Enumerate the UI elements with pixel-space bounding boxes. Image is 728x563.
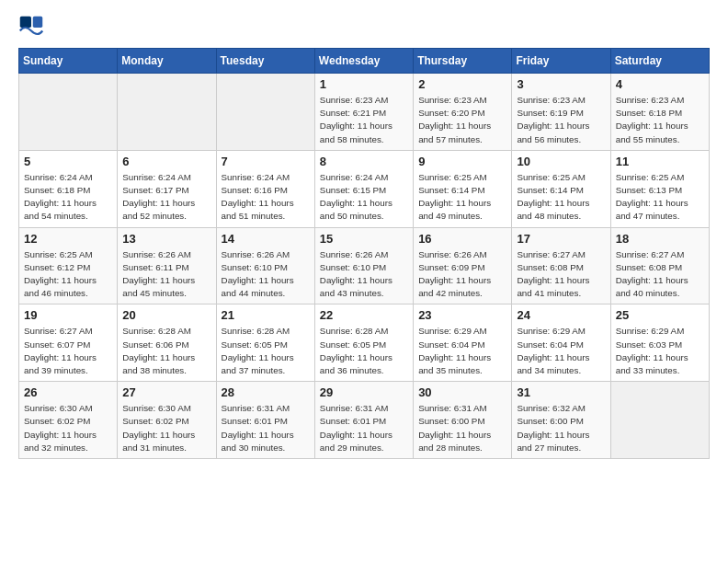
day-number: 4 xyxy=(616,77,704,91)
calendar-day-cell: 10Sunrise: 6:25 AM Sunset: 6:14 PM Dayli… xyxy=(512,150,610,227)
day-number: 12 xyxy=(24,232,112,246)
day-info: Sunrise: 6:29 AM Sunset: 6:04 PM Dayligh… xyxy=(517,325,605,377)
calendar-day-cell: 6Sunrise: 6:24 AM Sunset: 6:17 PM Daylig… xyxy=(118,150,216,227)
day-number: 27 xyxy=(122,385,210,399)
calendar-week-row: 5Sunrise: 6:24 AM Sunset: 6:18 PM Daylig… xyxy=(19,150,710,227)
calendar-day-cell: 17Sunrise: 6:27 AM Sunset: 6:08 PM Dayli… xyxy=(512,227,610,304)
day-info: Sunrise: 6:23 AM Sunset: 6:21 PM Dayligh… xyxy=(320,94,408,146)
day-number: 1 xyxy=(320,77,408,91)
day-info: Sunrise: 6:23 AM Sunset: 6:19 PM Dayligh… xyxy=(517,94,605,146)
day-info: Sunrise: 6:24 AM Sunset: 6:16 PM Dayligh… xyxy=(222,171,310,224)
calendar-day-cell: 24Sunrise: 6:29 AM Sunset: 6:04 PM Dayli… xyxy=(512,304,610,382)
day-number: 20 xyxy=(122,308,210,322)
day-info: Sunrise: 6:29 AM Sunset: 6:03 PM Dayligh… xyxy=(616,325,704,377)
calendar-day-cell: 9Sunrise: 6:25 AM Sunset: 6:14 PM Daylig… xyxy=(414,150,512,227)
day-number: 28 xyxy=(222,385,310,399)
day-info: Sunrise: 6:26 AM Sunset: 6:09 PM Dayligh… xyxy=(418,248,506,301)
day-info: Sunrise: 6:28 AM Sunset: 6:05 PM Dayligh… xyxy=(320,325,408,377)
day-info: Sunrise: 6:28 AM Sunset: 6:05 PM Dayligh… xyxy=(222,325,310,377)
calendar-day-cell: 3Sunrise: 6:23 AM Sunset: 6:19 PM Daylig… xyxy=(512,74,610,151)
day-info: Sunrise: 6:27 AM Sunset: 6:08 PM Dayligh… xyxy=(616,248,704,301)
weekday-header-cell: Wednesday xyxy=(314,49,413,74)
calendar-day-cell: 12Sunrise: 6:25 AM Sunset: 6:12 PM Dayli… xyxy=(19,227,118,304)
calendar-body: 1Sunrise: 6:23 AM Sunset: 6:21 PM Daylig… xyxy=(19,74,710,459)
day-number: 7 xyxy=(222,155,310,168)
day-number: 6 xyxy=(122,155,210,168)
weekday-header-cell: Monday xyxy=(118,49,216,74)
day-info: Sunrise: 6:30 AM Sunset: 6:02 PM Dayligh… xyxy=(122,402,210,454)
calendar-day-cell xyxy=(118,74,216,151)
calendar-day-cell: 21Sunrise: 6:28 AM Sunset: 6:05 PM Dayli… xyxy=(216,304,314,382)
day-info: Sunrise: 6:30 AM Sunset: 6:02 PM Dayligh… xyxy=(24,402,112,454)
day-number: 22 xyxy=(320,308,408,322)
day-info: Sunrise: 6:31 AM Sunset: 6:01 PM Dayligh… xyxy=(320,402,408,454)
day-info: Sunrise: 6:31 AM Sunset: 6:00 PM Dayligh… xyxy=(418,402,506,454)
day-number: 10 xyxy=(517,155,605,168)
day-number: 16 xyxy=(418,232,506,246)
weekday-header-cell: Sunday xyxy=(19,49,118,74)
day-info: Sunrise: 6:25 AM Sunset: 6:14 PM Dayligh… xyxy=(517,171,605,224)
day-number: 23 xyxy=(418,308,506,322)
calendar-week-row: 19Sunrise: 6:27 AM Sunset: 6:07 PM Dayli… xyxy=(19,304,710,382)
calendar-day-cell: 11Sunrise: 6:25 AM Sunset: 6:13 PM Dayli… xyxy=(610,150,709,227)
calendar-day-cell: 25Sunrise: 6:29 AM Sunset: 6:03 PM Dayli… xyxy=(610,304,709,382)
weekday-header-cell: Thursday xyxy=(414,49,512,74)
calendar-day-cell: 31Sunrise: 6:32 AM Sunset: 6:00 PM Dayli… xyxy=(512,382,610,459)
calendar-day-cell: 8Sunrise: 6:24 AM Sunset: 6:15 PM Daylig… xyxy=(314,150,413,227)
day-number: 3 xyxy=(517,77,605,91)
calendar-day-cell: 14Sunrise: 6:26 AM Sunset: 6:10 PM Dayli… xyxy=(216,227,314,304)
day-info: Sunrise: 6:25 AM Sunset: 6:12 PM Dayligh… xyxy=(24,248,112,301)
calendar-day-cell xyxy=(610,382,709,459)
calendar-day-cell xyxy=(19,74,118,151)
calendar: SundayMondayTuesdayWednesdayThursdayFrid… xyxy=(18,48,710,459)
day-info: Sunrise: 6:25 AM Sunset: 6:13 PM Dayligh… xyxy=(616,171,704,224)
day-number: 11 xyxy=(616,155,704,168)
calendar-day-cell: 30Sunrise: 6:31 AM Sunset: 6:00 PM Dayli… xyxy=(414,382,512,459)
day-info: Sunrise: 6:26 AM Sunset: 6:10 PM Dayligh… xyxy=(222,248,310,301)
calendar-day-cell: 19Sunrise: 6:27 AM Sunset: 6:07 PM Dayli… xyxy=(19,304,118,382)
day-info: Sunrise: 6:27 AM Sunset: 6:07 PM Dayligh… xyxy=(24,325,112,377)
day-number: 19 xyxy=(24,308,112,322)
weekday-header-cell: Tuesday xyxy=(216,49,314,74)
weekday-header-cell: Friday xyxy=(512,49,610,74)
day-number: 18 xyxy=(616,232,704,246)
day-info: Sunrise: 6:24 AM Sunset: 6:18 PM Dayligh… xyxy=(24,171,112,224)
day-info: Sunrise: 6:31 AM Sunset: 6:01 PM Dayligh… xyxy=(222,402,310,454)
day-number: 21 xyxy=(222,308,310,322)
svg-rect-2 xyxy=(33,17,43,28)
day-info: Sunrise: 6:23 AM Sunset: 6:20 PM Dayligh… xyxy=(418,94,506,146)
calendar-day-cell: 16Sunrise: 6:26 AM Sunset: 6:09 PM Dayli… xyxy=(414,227,512,304)
day-number: 31 xyxy=(517,385,605,399)
day-info: Sunrise: 6:24 AM Sunset: 6:15 PM Dayligh… xyxy=(320,171,408,224)
day-number: 8 xyxy=(320,155,408,168)
day-info: Sunrise: 6:23 AM Sunset: 6:18 PM Dayligh… xyxy=(616,94,704,146)
day-number: 15 xyxy=(320,232,408,246)
day-number: 5 xyxy=(24,155,112,168)
day-info: Sunrise: 6:24 AM Sunset: 6:17 PM Dayligh… xyxy=(122,171,210,224)
day-number: 17 xyxy=(517,232,605,246)
calendar-day-cell: 27Sunrise: 6:30 AM Sunset: 6:02 PM Dayli… xyxy=(118,382,216,459)
calendar-day-cell: 5Sunrise: 6:24 AM Sunset: 6:18 PM Daylig… xyxy=(19,150,118,227)
day-info: Sunrise: 6:26 AM Sunset: 6:10 PM Dayligh… xyxy=(320,248,408,301)
calendar-day-cell: 7Sunrise: 6:24 AM Sunset: 6:16 PM Daylig… xyxy=(216,150,314,227)
calendar-day-cell xyxy=(216,74,314,151)
calendar-day-cell: 2Sunrise: 6:23 AM Sunset: 6:20 PM Daylig… xyxy=(414,74,512,151)
day-number: 13 xyxy=(122,232,210,246)
calendar-day-cell: 18Sunrise: 6:27 AM Sunset: 6:08 PM Dayli… xyxy=(610,227,709,304)
calendar-day-cell: 23Sunrise: 6:29 AM Sunset: 6:04 PM Dayli… xyxy=(414,304,512,382)
day-info: Sunrise: 6:28 AM Sunset: 6:06 PM Dayligh… xyxy=(122,325,210,377)
day-number: 24 xyxy=(517,308,605,322)
header xyxy=(18,15,710,40)
day-number: 30 xyxy=(418,385,506,399)
calendar-day-cell: 4Sunrise: 6:23 AM Sunset: 6:18 PM Daylig… xyxy=(610,74,709,151)
weekday-header-cell: Saturday xyxy=(610,49,709,74)
weekday-header-row: SundayMondayTuesdayWednesdayThursdayFrid… xyxy=(19,49,710,74)
calendar-day-cell: 13Sunrise: 6:26 AM Sunset: 6:11 PM Dayli… xyxy=(118,227,216,304)
day-info: Sunrise: 6:27 AM Sunset: 6:08 PM Dayligh… xyxy=(517,248,605,301)
day-number: 29 xyxy=(320,385,408,399)
day-info: Sunrise: 6:32 AM Sunset: 6:00 PM Dayligh… xyxy=(517,402,605,454)
day-number: 2 xyxy=(418,77,506,91)
day-info: Sunrise: 6:29 AM Sunset: 6:04 PM Dayligh… xyxy=(418,325,506,377)
day-info: Sunrise: 6:26 AM Sunset: 6:11 PM Dayligh… xyxy=(122,248,210,301)
calendar-week-row: 12Sunrise: 6:25 AM Sunset: 6:12 PM Dayli… xyxy=(19,227,710,304)
